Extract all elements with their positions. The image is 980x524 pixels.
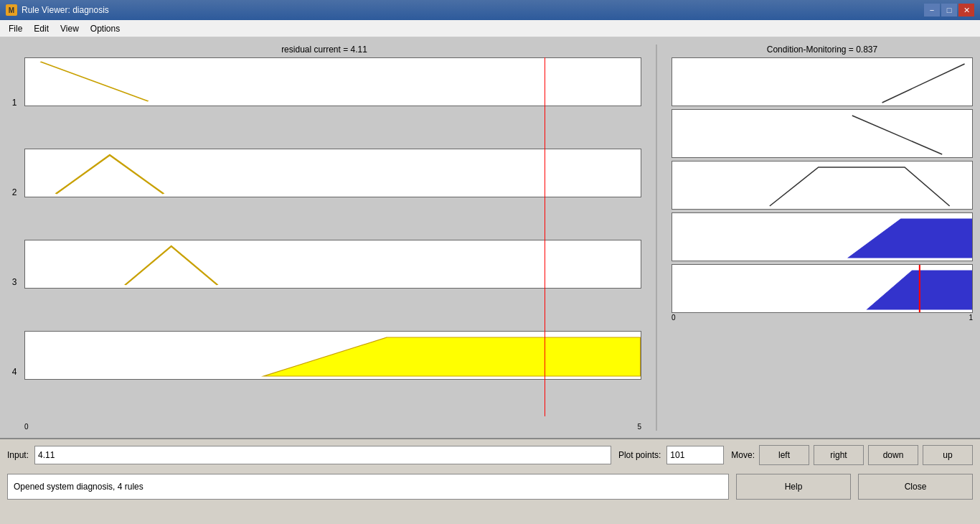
svg-marker-1 [849,219,972,258]
input-section: Input: [7,446,611,464]
right-plots: 0 1 [672,57,973,431]
left-plot-4-svg [25,332,641,380]
status-bar: Opened system diagnosis, 4 rules [7,474,729,500]
row-label-2: 2 [12,187,17,197]
right-plot-3[interactable] [672,161,973,210]
title-bar-left: M Rule Viewer: diagnosis [6,4,109,16]
move-label: Move: [731,450,755,460]
window-title: Rule Viewer: diagnosis [22,5,109,15]
plot-points-section: Plot points: [618,446,724,464]
left-axis-max: 5 [637,423,641,431]
right-column-title: Condition-Monitoring = 0.837 [672,45,973,55]
plot-points-field[interactable] [666,446,724,464]
input-label: Input: [7,450,29,460]
minimize-button[interactable]: − [924,4,940,17]
move-section: Move: left right down up [731,445,973,465]
menu-options[interactable]: Options [85,22,126,35]
right-plot-3-svg [672,162,972,210]
left-graph-row-2 [24,149,641,238]
right-axis-labels: 0 1 [672,314,973,322]
left-axis-min: 0 [24,423,29,431]
row-labels: 1 2 3 4 [7,57,22,431]
menu-edit[interactable]: Edit [28,22,55,35]
left-plot-3-svg [25,240,641,289]
left-plot-3[interactable] [24,240,641,289]
bottom-panel: Input: Plot points: Move: left right dow… [0,438,980,524]
left-graph-row-3 [24,240,641,329]
close-button[interactable]: ✕ [958,4,974,17]
right-plot-1-svg [672,58,972,106]
right-column: Condition-Monitoring = 0.837 [672,45,973,431]
left-plot-2-svg [25,149,641,197]
move-left-button[interactable]: left [759,445,809,465]
help-button[interactable]: Help [736,474,851,500]
move-right-button[interactable]: right [814,445,864,465]
title-controls: − □ ✕ [924,4,974,17]
left-plot-4[interactable] [24,331,641,380]
left-axis-labels: 0 5 [24,423,641,431]
plots-divider [656,45,657,431]
status-text: Opened system diagnosis, 4 rules [14,482,143,492]
left-plot-1[interactable] [24,57,641,106]
menu-file[interactable]: File [3,22,28,35]
left-graph-row-1 [24,57,641,147]
plots-area: residual current = 4.11 1 2 3 4 [7,45,973,431]
right-plot-4[interactable] [672,212,973,261]
left-graphs-wrapper: 0 5 [24,57,641,431]
title-bar: M Rule Viewer: diagnosis − □ ✕ [0,0,980,20]
right-axis-min: 0 [672,314,676,322]
right-axis-max: 1 [969,314,973,322]
left-plot-1-svg [25,58,641,106]
maximize-button[interactable]: □ [941,4,957,17]
right-plot-1[interactable] [672,57,973,106]
move-down-button[interactable]: down [868,445,918,465]
left-plots: 1 2 3 4 [7,57,641,431]
app-icon: M [6,4,17,16]
row-label-4: 4 [12,367,17,377]
left-column-title: residual current = 4.11 [281,45,367,55]
right-output-section: 0 1 [672,264,973,322]
right-output-svg [672,265,972,313]
row-label-1: 1 [12,98,17,108]
bottom-top: Input: Plot points: Move: left right dow… [0,439,980,471]
main-content: residual current = 4.11 1 2 3 4 [0,37,980,438]
menu-view[interactable]: View [55,22,85,35]
right-plot-4-svg [672,213,972,261]
input-field[interactable] [34,446,611,464]
right-output-plot[interactable] [672,264,973,313]
bottom-bottom: Opened system diagnosis, 4 rules Help Cl… [0,471,980,502]
right-plot-2[interactable] [672,109,973,158]
svg-marker-0 [263,337,641,376]
row-label-3: 3 [12,277,17,287]
right-plot-2-svg [672,110,972,158]
plot-points-label: Plot points: [618,450,661,460]
left-column: residual current = 4.11 1 2 3 4 [7,45,641,431]
left-graph-row-4 [24,331,641,421]
move-up-button[interactable]: up [923,445,973,465]
dialog-close-button[interactable]: Close [858,474,973,500]
left-plot-2[interactable] [24,149,641,197]
action-buttons: Help Close [736,474,973,500]
menu-bar: File Edit View Options [0,20,980,37]
